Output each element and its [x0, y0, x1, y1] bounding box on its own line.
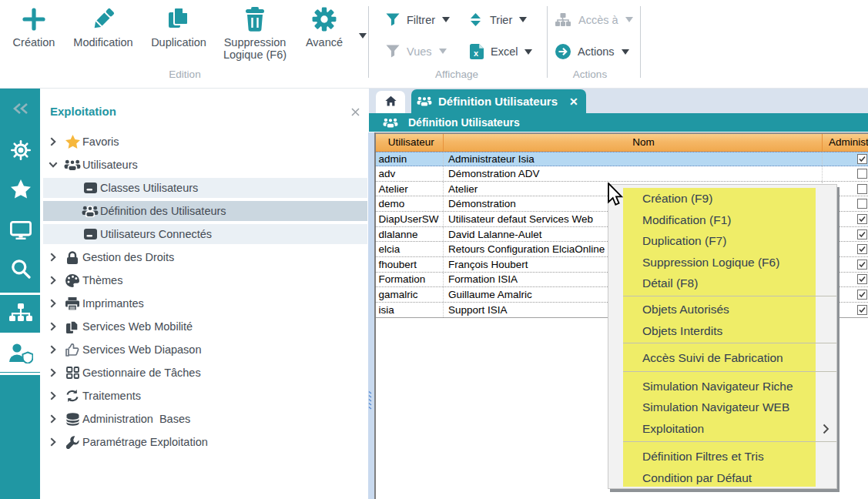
- svg-text:x: x: [474, 49, 479, 58]
